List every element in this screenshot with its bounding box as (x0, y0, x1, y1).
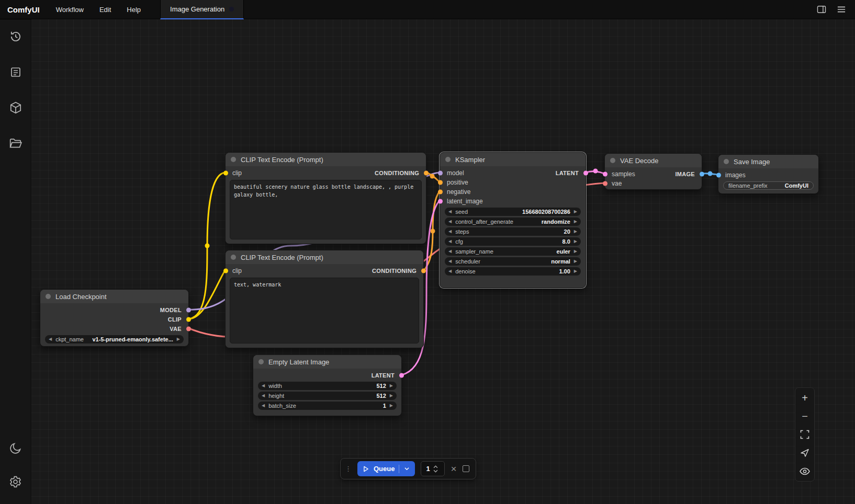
widget-ckpt-name[interactable]: ◀ ckpt_name v1-5-pruned-emaonly.safete..… (45, 335, 184, 343)
input-slot-clip[interactable] (223, 269, 228, 273)
node-library-cube-icon[interactable] (7, 99, 25, 117)
output-slot-vae[interactable] (186, 327, 191, 331)
node-header[interactable]: Empty Latent Image (253, 355, 401, 369)
input-slot-latent-image[interactable] (438, 199, 443, 204)
input-slot-negative[interactable] (438, 190, 443, 194)
output-slot-image[interactable] (700, 172, 704, 177)
input-slot-samples[interactable] (603, 172, 608, 177)
increment-icon[interactable]: ▶ (574, 269, 577, 273)
collapse-dot[interactable] (724, 159, 729, 164)
node-header[interactable]: CLIP Text Encode (Prompt) (226, 153, 426, 166)
node-empty-latent-image[interactable]: Empty Latent Image LATENT ◀ width 512 ▶ … (253, 354, 402, 416)
node-header[interactable]: VAE Decode (605, 154, 702, 167)
hamburger-menu-icon[interactable] (834, 2, 849, 17)
increment-icon[interactable]: ▶ (390, 384, 393, 388)
node-ksampler[interactable]: KSampler model LATENT positive negative … (440, 152, 586, 288)
node-save-image[interactable]: Save Image images filename_prefix ComfyU… (718, 154, 819, 194)
zoom-in-icon[interactable]: + (799, 392, 811, 404)
node-header[interactable]: Save Image (718, 155, 818, 168)
increment-icon[interactable]: ▶ (574, 230, 577, 234)
widget-filename-prefix[interactable]: filename_prefix ComfyUI (723, 181, 814, 190)
prompt-textarea[interactable]: beautiful scenery nature glass bottle la… (230, 180, 422, 239)
menu-workflow[interactable]: Workflow (48, 0, 92, 19)
widget-sampler-name[interactable]: ◀ sampler_name euler ▶ (445, 247, 581, 256)
input-slot-images[interactable] (716, 173, 721, 178)
widget-width[interactable]: ◀ width 512 ▶ (258, 382, 397, 390)
widget-batch-size[interactable]: ◀ batch_size 1 ▶ (258, 402, 397, 410)
stop-icon[interactable] (463, 465, 469, 472)
zoom-out-icon[interactable]: − (799, 410, 811, 422)
widget-control-after-generate[interactable]: ◀ control_after_generate randomize ▶ (445, 217, 581, 226)
increment-icon[interactable]: ▶ (390, 404, 393, 408)
prev-value-icon[interactable]: ◀ (448, 249, 452, 254)
collapse-dot[interactable] (46, 294, 51, 299)
decrement-icon[interactable]: ◀ (262, 404, 265, 408)
prev-value-icon[interactable]: ◀ (448, 259, 452, 264)
output-slot-latent[interactable] (583, 171, 588, 176)
chevron-down-icon[interactable] (403, 465, 410, 472)
next-value-icon[interactable]: ▶ (574, 220, 577, 224)
node-header[interactable]: Load Checkpoint (40, 290, 188, 303)
menu-edit[interactable]: Edit (92, 0, 119, 19)
select-cursor-icon[interactable] (799, 447, 811, 459)
node-templates-icon[interactable] (7, 63, 25, 81)
toggle-visibility-eye-icon[interactable] (799, 465, 811, 477)
decrement-icon[interactable]: ◀ (262, 394, 265, 398)
node-graph-canvas[interactable]: Load Checkpoint MODEL CLIP VAE ◀ ckpt_na… (31, 19, 855, 504)
next-value-icon[interactable]: ▶ (574, 249, 577, 254)
next-value-icon[interactable]: ▶ (574, 259, 577, 264)
collapse-dot[interactable] (610, 158, 615, 163)
batch-count-stepper[interactable]: 1 (421, 461, 445, 476)
history-icon[interactable] (7, 28, 25, 45)
decrement-icon[interactable]: ◀ (448, 239, 452, 244)
input-slot-vae[interactable] (603, 181, 608, 186)
next-value-icon[interactable]: ▶ (177, 337, 180, 341)
step-up-icon[interactable] (433, 465, 438, 468)
node-vae-decode[interactable]: VAE Decode samples IMAGE vae (604, 153, 702, 190)
collapse-dot[interactable] (231, 157, 236, 162)
decrement-icon[interactable]: ◀ (448, 230, 452, 234)
input-slot-positive[interactable] (438, 180, 443, 185)
widget-scheduler[interactable]: ◀ scheduler normal ▶ (445, 257, 581, 266)
input-slot-clip[interactable] (223, 171, 228, 176)
workflows-folder-icon[interactable] (7, 134, 25, 152)
input-slot-model[interactable] (438, 171, 443, 176)
node-clip-text-encode-positive[interactable]: CLIP Text Encode (Prompt) clip CONDITION… (225, 152, 426, 244)
widget-denoise[interactable]: ◀ denoise 1.00 ▶ (445, 267, 581, 276)
output-slot-conditioning[interactable] (424, 171, 429, 176)
increment-icon[interactable]: ▶ (390, 394, 393, 398)
widget-cfg[interactable]: ◀ cfg 8.0 ▶ (445, 237, 581, 246)
widget-steps[interactable]: ◀ steps 20 ▶ (445, 227, 581, 236)
prev-value-icon[interactable]: ◀ (448, 220, 452, 224)
decrement-icon[interactable]: ◀ (448, 269, 452, 273)
step-down-icon[interactable] (433, 469, 438, 473)
tab-image-generation[interactable]: Image Generation (160, 0, 244, 19)
output-slot-model[interactable] (186, 308, 191, 313)
increment-icon[interactable]: ▶ (574, 239, 577, 244)
output-slot-clip[interactable] (186, 317, 191, 322)
output-slot-conditioning[interactable] (421, 269, 426, 273)
node-header[interactable]: CLIP Text Encode (Prompt) (226, 250, 423, 264)
stepper-arrows[interactable] (433, 465, 438, 473)
prompt-textarea[interactable]: text, watermark (230, 278, 419, 343)
menu-help[interactable]: Help (119, 0, 149, 19)
node-clip-text-encode-negative[interactable]: CLIP Text Encode (Prompt) clip CONDITION… (225, 250, 424, 348)
decrement-icon[interactable]: ◀ (262, 384, 265, 388)
node-load-checkpoint[interactable]: Load Checkpoint MODEL CLIP VAE ◀ ckpt_na… (40, 289, 189, 347)
node-header[interactable]: KSampler (440, 153, 586, 166)
fit-view-icon[interactable] (799, 429, 811, 440)
output-slot-latent[interactable] (399, 373, 404, 378)
widget-seed[interactable]: ◀ seed 156680208700286 ▶ (445, 208, 581, 216)
settings-gear-icon[interactable] (7, 473, 25, 490)
interrupt-close-icon[interactable]: × (451, 464, 456, 474)
collapse-dot[interactable] (258, 359, 264, 364)
increment-icon[interactable]: ▶ (574, 210, 577, 214)
theme-moon-icon[interactable] (7, 439, 25, 457)
decrement-icon[interactable]: ◀ (448, 210, 452, 214)
widget-height[interactable]: ◀ height 512 ▶ (258, 392, 397, 400)
panel-toggle-icon[interactable] (814, 2, 829, 17)
queue-button[interactable]: Queue (357, 461, 415, 476)
prev-value-icon[interactable]: ◀ (49, 337, 52, 341)
drag-handle-icon[interactable]: ⋮ (345, 465, 352, 473)
collapse-dot[interactable] (445, 157, 451, 162)
